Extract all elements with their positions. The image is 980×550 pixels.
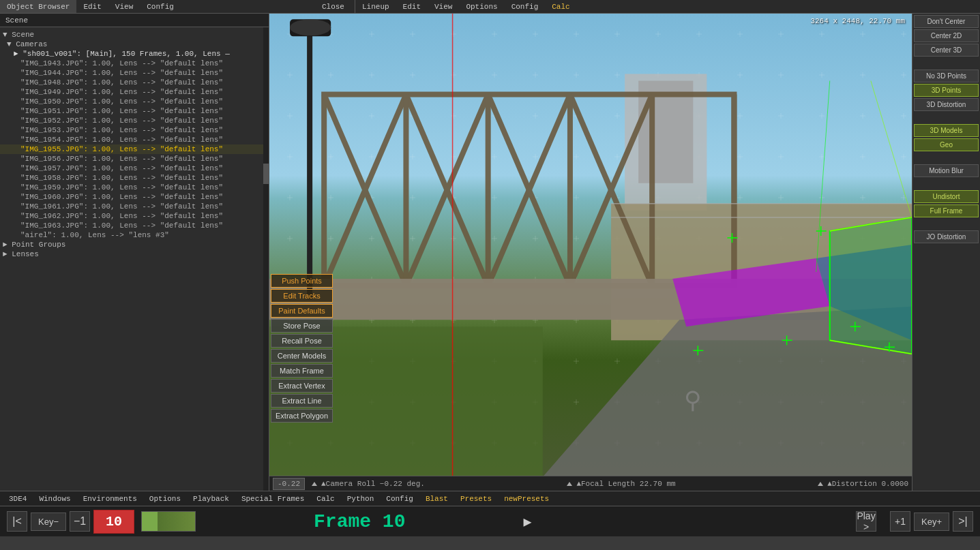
extract-line-button[interactable]: Extract Line — [271, 394, 333, 408]
go-start-button[interactable]: |< — [7, 511, 27, 532]
distortion-triangle — [818, 482, 823, 486]
key-minus-button[interactable]: Key− — [31, 513, 66, 531]
scene-tree-label: Scene — [0, 14, 33, 27]
full-frame-button[interactable]: Full Frame — [914, 204, 979, 217]
tree-point-groups[interactable]: ► Point Groups — [0, 240, 263, 249]
prev-frame-button[interactable]: −1 — [70, 511, 90, 532]
center-2d-button[interactable]: Center 2D — [914, 29, 979, 42]
tree-img-1961[interactable]: "IMG_1961.JPG": 1.00, Lens --> "default … — [0, 202, 263, 211]
store-pose-button[interactable]: Store Pose — [271, 319, 333, 333]
timeline-track[interactable] — [141, 511, 196, 532]
motion-blur-button[interactable]: Motion Blur — [914, 164, 979, 177]
tree-img-1959[interactable]: "IMG_1959.JPG": 1.00, Lens --> "default … — [0, 183, 263, 192]
push-points-button[interactable]: Push Points — [271, 274, 333, 288]
menu-options[interactable]: Options — [144, 491, 186, 506]
tree-img-1960[interactable]: "IMG_1960.JPG": 1.00, Lens --> "default … — [0, 192, 263, 202]
svg-line-34 — [871, 80, 912, 217]
viewport-area: ⚲ 3264 x 2448, 22.70 mm Push Points Edit… — [269, 14, 912, 491]
svg-text:⚲: ⚲ — [684, 389, 702, 416]
tree-img-1958[interactable]: "IMG_1958.JPG": 1.00, Lens --> "default … — [0, 173, 263, 183]
play-button[interactable]: Play > — [856, 511, 876, 532]
tree-img-1951[interactable]: "IMG_1951.JPG": 1.00, Lens --> "default … — [0, 106, 263, 116]
menu-playback[interactable]: Playback — [188, 491, 235, 506]
viewport-menu-lineup[interactable]: Lineup — [355, 0, 396, 13]
svg-marker-30 — [830, 217, 912, 354]
tree-img-1962[interactable]: "IMG_1962.JPG": 1.00, Lens --> "default … — [0, 211, 263, 221]
tree-lenses[interactable]: ► Lenses — [0, 249, 263, 259]
extract-polygon-button[interactable]: Extract Polygon — [271, 409, 333, 423]
tree-img-1950[interactable]: "IMG_1950.JPG": 1.00, Lens --> "default … — [0, 97, 263, 106]
menu-config[interactable]: Config — [381, 491, 419, 506]
no-3d-points-button[interactable]: No 3D Points — [914, 70, 979, 82]
key-plus-button[interactable]: Key+ — [914, 513, 949, 531]
tree-img-1949[interactable]: "IMG_1949.JPG": 1.00, Lens --> "default … — [0, 87, 263, 97]
viewport-menu-options[interactable]: Options — [459, 0, 504, 13]
left-panel-scrollbar[interactable] — [263, 27, 269, 491]
plus-one-button[interactable]: +1 — [890, 511, 910, 532]
viewport-menu-calc[interactable]: Calc — [545, 0, 576, 13]
go-end-button[interactable]: >| — [953, 511, 973, 532]
status-camera-roll: ▲Camera Roll −0.22 deg. — [312, 480, 425, 488]
tree-shot[interactable]: ► "sh001_v001": [Main], 150 Frames, 1.00… — [0, 49, 263, 59]
menu-new-presets[interactable]: newPresets — [499, 491, 554, 506]
scene-viewport-svg: ⚲ — [269, 14, 912, 476]
viewport-menu-config[interactable]: Config — [505, 0, 546, 13]
frame-label: Frame 10 — [314, 511, 405, 532]
tree-img-1955[interactable]: "IMG_1955.JPG": 1.00, Lens --> "default … — [0, 144, 263, 154]
right-panel: Don't Center Center 2D Center 3D No 3D P… — [912, 14, 980, 491]
center-3d-button[interactable]: Center 3D — [914, 44, 979, 57]
playback-bar: |< Key− −1 Frame 10 ▶ Play > +1 Key+ >| — [0, 506, 980, 536]
left-panel: Scene ▼ Scene ▼ Cameras ► "sh001_v001": … — [0, 14, 269, 491]
menu-edit[interactable]: Edit — [76, 0, 108, 13]
dont-center-button[interactable]: Don't Center — [914, 15, 979, 28]
scrollbar-thumb[interactable] — [263, 164, 269, 184]
tree-img-1963[interactable]: "IMG_1963.JPG": 1.00, Lens --> "default … — [0, 221, 263, 230]
tree-img-1943[interactable]: "IMG_1943.JPG": 1.00, Lens --> "default … — [0, 59, 263, 68]
menu-special-frames[interactable]: Special Frames — [236, 491, 310, 506]
3d-distortion-button[interactable]: 3D Distortion — [914, 98, 979, 111]
scene-tree[interactable]: ▼ Scene ▼ Cameras ► "sh001_v001": [Main]… — [0, 27, 263, 491]
tree-img-1957[interactable]: "IMG_1957.JPG": 1.00, Lens --> "default … — [0, 164, 263, 173]
paint-defaults-button[interactable]: Paint Defaults — [271, 304, 333, 318]
geo-button[interactable]: Geo — [914, 138, 979, 151]
action-buttons-panel: Push Points Edit Tracks Paint Defaults S… — [269, 273, 334, 424]
status-focal-length: ▲Focal Length 22.70 mm — [567, 480, 675, 488]
status-distortion: ▲Distortion 0.0000 — [818, 480, 908, 488]
tree-scene-root[interactable]: ▼ Scene — [0, 30, 263, 40]
menu-3de4[interactable]: 3DE4 — [3, 491, 32, 506]
menu-environments[interactable]: Environments — [78, 491, 143, 506]
tree-img-1948[interactable]: "IMG_1948.JPG": 1.00, Lens --> "default … — [0, 78, 263, 87]
tree-img-1953[interactable]: "IMG_1953.JPG": 1.00, Lens --> "default … — [0, 125, 263, 135]
top-menu-bar: Object Browser Edit View Config Close Li… — [0, 0, 980, 14]
match-frame-button[interactable]: Match Frame — [271, 364, 333, 378]
3d-models-button[interactable]: 3D Models — [914, 124, 979, 137]
edit-tracks-button[interactable]: Edit Tracks — [271, 289, 333, 303]
tree-img-1956[interactable]: "IMG_1956.JPG": 1.00, Lens --> "default … — [0, 154, 263, 164]
close-button[interactable]: Close — [315, 0, 351, 13]
menu-python[interactable]: Python — [342, 491, 380, 506]
menu-blast[interactable]: Blast — [420, 491, 454, 506]
recall-pose-button[interactable]: Recall Pose — [271, 334, 333, 348]
tree-img-1954[interactable]: "IMG_1954.JPG": 1.00, Lens --> "default … — [0, 135, 263, 144]
center-models-button[interactable]: Center Models — [271, 349, 333, 363]
jo-distortion-button[interactable]: JO Distortion — [914, 230, 979, 243]
tree-cameras[interactable]: ▼ Cameras — [0, 40, 263, 49]
menu-config[interactable]: Config — [140, 0, 181, 13]
tree-airel[interactable]: "airel": 1.00, Lens --> "lens #3" — [0, 230, 263, 240]
viewport-menu-edit[interactable]: Edit — [396, 0, 428, 13]
tree-img-1952[interactable]: "IMG_1952.JPG": 1.00, Lens --> "default … — [0, 116, 263, 125]
menu-windows[interactable]: Windows — [33, 491, 76, 506]
undistort-button[interactable]: Undistort — [914, 190, 979, 203]
viewport-menu-view[interactable]: View — [428, 0, 459, 13]
menu-object-browser[interactable]: Object Browser — [0, 0, 76, 13]
tree-img-1944[interactable]: "IMG_1944.JPG": 1.00, Lens --> "default … — [0, 68, 263, 78]
viewport-container[interactable]: ⚲ 3264 x 2448, 22.70 mm Push Points Edit… — [269, 14, 912, 476]
frame-number-input[interactable] — [93, 510, 134, 534]
menu-presets[interactable]: Presets — [455, 491, 497, 506]
menu-view[interactable]: View — [108, 0, 140, 13]
extract-vertex-button[interactable]: Extract Vertex — [271, 379, 333, 393]
menu-calc[interactable]: Calc — [311, 491, 340, 506]
frame-display: Frame 10 — [203, 511, 516, 532]
3d-points-button[interactable]: 3D Points — [914, 84, 979, 97]
status-value-left: -0.22 — [273, 478, 305, 490]
